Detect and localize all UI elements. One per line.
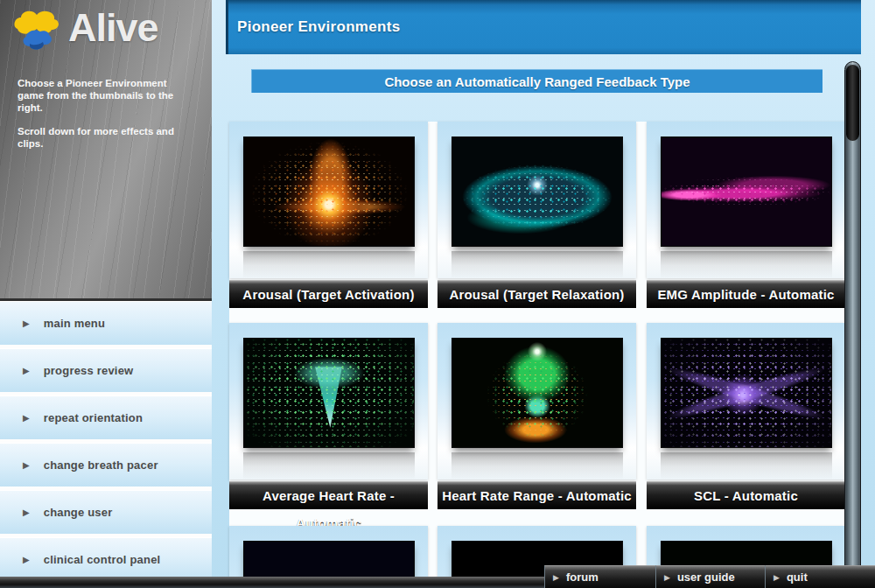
tile-emg-amplitude-automatic[interactable]: EMG Amplitude - Automatic — [647, 122, 845, 308]
menu-item-label: main menu — [44, 317, 105, 330]
play-arrow-icon: ▶ — [553, 573, 559, 582]
sidebar-item-repeat-orientation[interactable]: ▶ repeat orientation — [0, 396, 212, 439]
alive-butterfly-icon — [10, 5, 66, 51]
thumbnail-reflection — [452, 251, 623, 277]
thumbnail-reflection — [243, 452, 415, 479]
tile-arousal-target-activation[interactable]: Arousal (Target Activation) — [229, 122, 428, 308]
scrollbar-track[interactable] — [844, 61, 861, 580]
play-arrow-icon: ▶ — [23, 366, 30, 375]
tile-label: SCL - Automatic — [647, 481, 845, 509]
play-arrow-icon: ▶ — [23, 413, 30, 423]
play-arrow-icon: ▶ — [664, 573, 670, 582]
thumbnail-image-green-dome — [452, 338, 623, 448]
footer-button-label: user guide — [677, 570, 735, 584]
thumbnail-image-green-funnel — [243, 338, 415, 448]
play-arrow-icon: ▶ — [23, 460, 30, 470]
banner-title: Choose an Automatically Ranged Feedback … — [384, 74, 690, 89]
menu-item-label: clinical control panel — [44, 553, 161, 566]
thumbnail-reflection — [243, 251, 415, 277]
scrollbar-thumb[interactable] — [846, 65, 859, 141]
particle-texture — [452, 137, 622, 246]
sidebar-item-main-menu[interactable]: ▶ main menu — [0, 301, 212, 345]
thumbnail-image-orange-burst — [243, 136, 415, 247]
thumbnail-image-magenta-beam — [661, 136, 832, 247]
menu-item-label: change user — [44, 506, 113, 519]
sidebar-item-clinical-control-panel[interactable]: ▶ clinical control panel — [0, 537, 212, 581]
thumbnail-reflection — [661, 452, 832, 479]
tile-label: Arousal (Target Activation) — [229, 280, 428, 308]
thumbnail-card — [647, 122, 845, 278]
sidebar-item-change-user[interactable]: ▶ change user — [0, 490, 212, 534]
tile-heart-rate-range-automatic[interactable]: Heart Rate Range - Automatic — [438, 323, 636, 509]
particle-texture — [662, 137, 831, 246]
thumbnail-card — [438, 323, 636, 480]
sidebar-menu: ▶ main menu ▶ progress review ▶ repeat o… — [0, 301, 212, 588]
menu-item-label: change breath pacer — [44, 458, 158, 472]
play-arrow-icon: ▶ — [23, 508, 30, 517]
tile-arousal-target-relaxation[interactable]: Arousal (Target Relaxation) — [438, 122, 636, 308]
thumbnail-card — [647, 323, 845, 480]
thumbnail-card — [229, 122, 428, 278]
tile-label: Arousal (Target Relaxation) — [438, 280, 636, 308]
app-title: Alive — [68, 5, 158, 51]
alive-app-window: Alive Choose a Pioneer Environment game … — [0, 0, 875, 588]
tile-label: EMG Amplitude - Automatic — [647, 280, 845, 308]
menu-item-label: progress review — [44, 364, 134, 377]
sidebar-item-change-breath-pacer[interactable]: ▶ change breath pacer — [0, 443, 212, 486]
play-arrow-icon: ▶ — [774, 573, 780, 582]
thumbnail-reflection — [452, 452, 623, 479]
thumbnail-reflection — [661, 251, 832, 277]
instruction-line-2: Scroll down for more effects and clips. — [18, 125, 191, 150]
quit-button[interactable]: ▶ quit — [765, 565, 875, 588]
alive-logo: Alive — [10, 5, 158, 51]
feedback-type-banner: Choose an Automatically Ranged Feedback … — [251, 69, 822, 93]
user-guide-button[interactable]: ▶ user guide — [655, 565, 765, 588]
thumbnail-card — [229, 323, 428, 480]
tile-label: Heart Rate Range - Automatic — [438, 481, 636, 509]
particle-texture — [662, 339, 831, 447]
sidebar-instructions: Choose a Pioneer Environment game from t… — [18, 77, 191, 161]
particle-texture — [244, 137, 414, 246]
thumbnail-image-cyan-disc — [452, 136, 623, 247]
footer-button-label: forum — [566, 570, 598, 584]
particle-texture — [244, 339, 414, 447]
forum-button[interactable]: ▶ forum — [544, 565, 655, 588]
footer-button-bar: ▶ forum ▶ user guide ▶ quit — [544, 565, 875, 588]
menu-item-label: repeat orientation — [44, 411, 143, 424]
particle-texture — [452, 339, 622, 447]
tile-average-heart-rate-automatic[interactable]: Average Heart Rate - Automatic — [229, 323, 428, 509]
thumbnail-image-violet-cross — [661, 338, 832, 448]
page-title: Pioneer Environments — [237, 18, 400, 36]
tile-label: Average Heart Rate - Automatic — [229, 481, 428, 509]
play-arrow-icon: ▶ — [23, 318, 30, 328]
footer-button-label: quit — [787, 570, 808, 584]
play-arrow-icon: ▶ — [23, 555, 30, 564]
sidebar-info-panel: Alive Choose a Pioneer Environment game … — [0, 0, 212, 301]
thumbnail-card — [438, 122, 636, 278]
tile-scl-automatic[interactable]: SCL - Automatic — [647, 323, 845, 509]
sidebar-item-progress-review[interactable]: ▶ progress review — [0, 348, 212, 392]
page-header: Pioneer Environments — [226, 0, 861, 54]
instruction-line-1: Choose a Pioneer Environment game from t… — [18, 77, 191, 114]
